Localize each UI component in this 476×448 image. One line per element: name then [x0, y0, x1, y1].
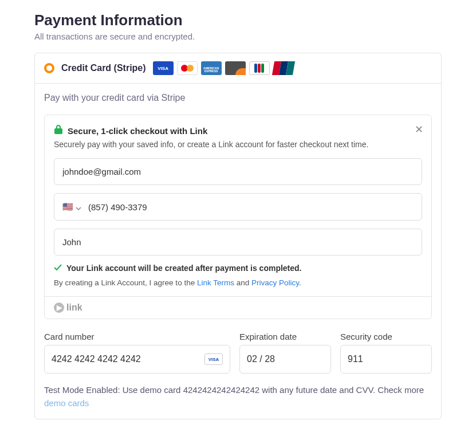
name-field-wrap[interactable] — [54, 229, 422, 256]
email-field[interactable] — [62, 167, 414, 176]
card-cvc-input-wrap[interactable] — [340, 345, 432, 374]
payment-method-box: Credit Card (Stripe) VISA AMERICANEXPRES… — [34, 53, 442, 419]
country-flag-dropdown[interactable]: 🇺🇸 — [62, 202, 81, 212]
visa-chip-icon: VISA — [204, 353, 223, 365]
chevron-down-icon — [76, 202, 81, 212]
card-exp-col: Expiration date — [239, 332, 331, 374]
link-brand-label: link — [66, 302, 82, 313]
card-exp-input-wrap[interactable] — [239, 345, 331, 374]
payment-method-label: Credit Card (Stripe) — [61, 63, 146, 73]
link-confirmation-row: Your Link account will be created after … — [54, 264, 422, 273]
link-brand-footer: ▶ link — [45, 296, 431, 319]
link-title: Secure, 1-click checkout with Link — [68, 126, 207, 136]
privacy-policy-link[interactable]: Privacy Policy — [251, 278, 299, 287]
pay-hint: Pay with your credit card via Stripe — [44, 93, 432, 103]
demo-cards-link[interactable]: demo cards — [44, 398, 89, 408]
card-number-input[interactable] — [52, 354, 204, 364]
link-brand-icon: ▶ — [54, 302, 64, 313]
card-cvc-col: Security code — [340, 332, 432, 374]
card-details-row: Card number VISA Expiration date Securit… — [44, 332, 432, 374]
us-flag-icon: 🇺🇸 — [62, 202, 73, 212]
radio-selected-icon[interactable] — [44, 63, 54, 73]
unionpay-logo-icon — [273, 61, 294, 75]
payment-body: Pay with your credit card via Stripe ✕ S… — [35, 84, 441, 419]
lock-icon — [54, 124, 63, 137]
discover-logo-icon — [225, 61, 246, 75]
jcb-logo-icon — [249, 61, 270, 75]
mastercard-logo-icon — [177, 61, 198, 75]
link-terms-link[interactable]: Link Terms — [197, 278, 234, 287]
name-field[interactable] — [62, 237, 414, 247]
link-subtitle: Securely pay with your saved info, or cr… — [54, 140, 422, 149]
page-title: Payment Information — [34, 11, 442, 29]
check-icon — [54, 264, 62, 273]
close-icon[interactable]: ✕ — [415, 123, 423, 136]
link-agree-text: By creating a Link Account, I agree to t… — [54, 278, 422, 287]
phone-field-wrap[interactable]: 🇺🇸 — [54, 193, 422, 221]
card-logo-row: VISA AMERICANEXPRESS — [153, 61, 294, 75]
link-confirmation-text: Your Link account will be created after … — [66, 264, 302, 273]
email-field-wrap[interactable] — [54, 158, 422, 185]
card-exp-label: Expiration date — [239, 332, 331, 341]
card-cvc-input[interactable] — [348, 354, 442, 364]
card-number-input-wrap[interactable]: VISA — [44, 345, 230, 374]
amex-logo-icon: AMERICANEXPRESS — [201, 61, 222, 75]
page-subtitle: All transactions are secure and encrypte… — [34, 32, 442, 41]
test-mode-notice: Test Mode Enabled: Use demo card 4242424… — [44, 384, 432, 410]
card-number-col: Card number VISA — [44, 332, 230, 374]
phone-field[interactable] — [88, 202, 414, 212]
payment-method-header[interactable]: Credit Card (Stripe) VISA AMERICANEXPRES… — [35, 53, 441, 84]
card-number-label: Card number — [44, 332, 230, 341]
link-checkout-box: ✕ Secure, 1-click checkout with Link Sec… — [44, 115, 432, 319]
card-cvc-label: Security code — [340, 332, 432, 341]
visa-logo-icon: VISA — [153, 61, 174, 75]
